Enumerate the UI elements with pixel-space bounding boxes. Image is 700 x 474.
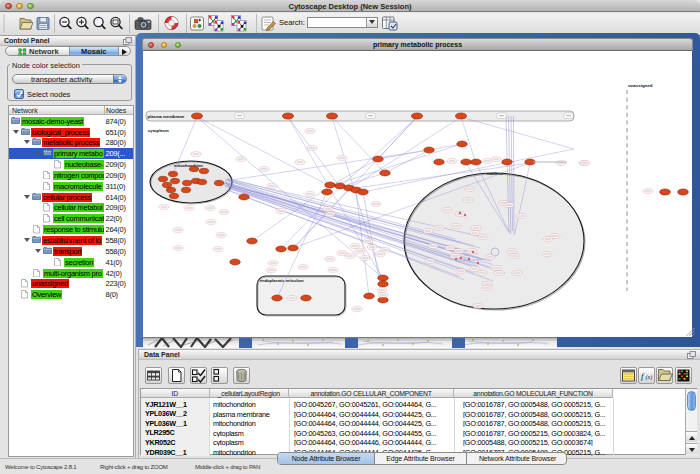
svg-text:mitochondrion: mitochondrion bbox=[174, 162, 203, 167]
svg-text:unassigned: unassigned bbox=[628, 82, 653, 87]
svg-text:nucleus: nucleus bbox=[487, 170, 503, 175]
svg-text:cytoplasm: cytoplasm bbox=[148, 127, 169, 132]
svg-text:f: f bbox=[641, 371, 645, 381]
svg-text:(x): (x) bbox=[646, 374, 653, 381]
svg-text:plasma membrane: plasma membrane bbox=[148, 113, 185, 118]
svg-text:endoplasmic reticulum: endoplasmic reticulum bbox=[260, 278, 304, 283]
